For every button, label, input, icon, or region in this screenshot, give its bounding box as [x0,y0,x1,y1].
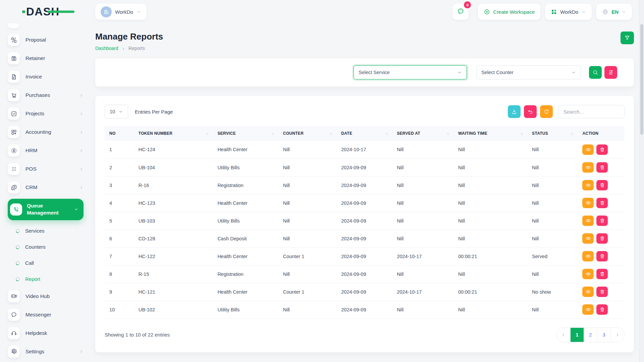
view-report-button[interactable] [582,251,594,261]
pagination-prev-button[interactable] [557,328,571,342]
grid-plus-icon [551,9,557,15]
table-row: 3R-16RegistrationNill2024-09-09NillNillN… [105,176,625,194]
filter-toggle-button[interactable] [621,32,634,44]
sidebar-item-invoice[interactable]: Invoice [8,70,84,84]
reset-button[interactable] [524,105,537,118]
sort-icon[interactable]: ↑↓ [271,131,274,135]
view-report-button[interactable] [582,233,594,244]
view-report-button[interactable] [582,287,594,297]
accounting-icon [8,126,20,138]
workspace-building-icon [101,6,112,17]
breadcrumb-separator-icon: › [122,46,124,51]
cell-service: Utility Bills [213,301,278,318]
cell-action [578,265,625,283]
chat-icon [457,7,465,16]
sidebar-item-messenger[interactable]: Messenger [8,308,84,322]
table-header-row: NOTOKEN NUMBER↑↓SERVICE↑↓COUNTER↑↓DATE↑↓… [105,126,625,141]
sidebar-item-helpdesk[interactable]: Helpdesk [8,326,84,340]
sidebar-item-pos[interactable]: POS [8,162,84,176]
sort-icon[interactable]: ↑↓ [385,131,388,135]
workspace-selector[interactable]: WorkDo [95,4,147,20]
delete-report-button[interactable] [596,216,608,226]
delete-report-button[interactable] [596,162,608,173]
view-report-button[interactable] [582,144,594,155]
service-select[interactable]: Select Service [354,65,467,79]
sidebar-item-video-hub[interactable]: Video Hub [8,289,84,303]
sidebar-subitem-counters[interactable]: Counters [8,241,95,253]
entries-per-page-select[interactable]: 10 [105,105,128,119]
scrollbar-thumb[interactable] [640,24,643,135]
sidebar-subitem-call[interactable]: Call [8,257,95,269]
sort-icon[interactable]: ↑↓ [571,131,574,135]
counter-select[interactable]: Select Counter [476,65,581,79]
delete-report-button[interactable] [596,251,608,261]
delete-report-button[interactable] [596,287,608,297]
view-report-button[interactable] [582,180,594,190]
breadcrumb-dashboard-link[interactable]: Dashboard [95,46,118,51]
export-button[interactable] [508,105,521,118]
cell-token: HC-124 [134,141,213,159]
table-row: 6CD-128Cash DepositNill2024-09-09NillNil… [105,230,625,247]
view-report-button[interactable] [582,162,594,173]
pagination-page-1[interactable]: 1 [571,328,584,342]
delete-report-button[interactable] [596,269,608,279]
view-report-button[interactable] [582,216,594,226]
sidebar-item-retainer[interactable]: Retainer [8,51,84,65]
delete-report-button[interactable] [596,233,608,244]
cell-date: 2024-09-09 [336,247,392,265]
create-workspace-button[interactable]: Create Workspace [478,4,540,20]
delete-report-button[interactable] [596,180,608,190]
chevron-right-icon [79,167,84,171]
column-header-status[interactable]: STATUS↑↓ [527,126,578,141]
sort-icon[interactable]: ↑↓ [520,131,523,135]
delete-report-button[interactable] [596,144,608,155]
sidebar-item-proposal[interactable]: Proposal [8,33,84,47]
refresh-button[interactable] [540,105,553,118]
view-report-button[interactable] [582,269,594,279]
table-search-input[interactable] [558,105,625,118]
column-header-token-number[interactable]: TOKEN NUMBER↑↓ [134,126,213,141]
app-logo[interactable]: DASH [22,5,60,18]
column-header-served-at[interactable]: SERVED AT↑↓ [392,126,453,141]
sidebar-item-purchases[interactable]: Purchases [8,88,84,102]
pagination-next-button[interactable] [611,328,624,342]
top-header: DASH WorkDo 0 Create Workspace WorkDo EN [0,0,644,23]
workdo-apps-button[interactable]: WorkDo [545,4,592,20]
pagination-page-2[interactable]: 2 [584,328,597,342]
language-selector[interactable]: EN [596,4,632,20]
view-report-button[interactable] [582,198,594,208]
sort-icon[interactable]: ↑↓ [206,131,209,135]
sidebar-item-accounting[interactable]: Accounting [8,125,84,139]
sidebar-item-queue-management[interactable]: Queue Management [8,199,84,220]
page-title: Manage Reports [95,32,163,42]
clear-filter-button[interactable] [604,66,617,79]
sidebar-subitem-services[interactable]: Services [8,225,95,237]
cell-action [578,247,625,265]
cell-token: HC-121 [134,283,213,301]
sort-icon[interactable]: ↑↓ [329,131,332,135]
messages-button[interactable]: 0 [452,4,469,20]
view-report-button[interactable] [582,304,594,315]
cell-token: UB-102 [134,301,213,318]
column-header-waiting-time[interactable]: WAITING TIME↑↓ [453,126,527,141]
sidebar-item-projects[interactable]: Projects [8,107,84,121]
column-header-date[interactable]: DATE↑↓ [336,126,392,141]
sidebar-item-hrm[interactable]: HRM [8,143,84,158]
sort-icon[interactable]: ↑↓ [446,131,449,135]
sidebar-item-settings[interactable]: Settings [8,345,84,359]
delete-report-button[interactable] [596,304,608,315]
column-header-service[interactable]: SERVICE↑↓ [213,126,278,141]
sidebar-subitem-report[interactable]: Report [8,273,95,285]
cell-served_at: Nill [392,230,453,247]
cell-date: 2024-09-09 [336,159,392,176]
pagination-page-3[interactable]: 3 [597,328,611,342]
cell-waiting_time: Nill [453,230,527,247]
cell-status: Nill [527,141,578,159]
cell-served_at: Nill [392,194,453,212]
sidebar-item-cutoff[interactable] [8,23,19,28]
page-scrollbar[interactable] [639,0,644,362]
sidebar-item-crm[interactable]: CRM [8,180,84,194]
apply-filter-button[interactable] [589,66,602,79]
column-header-counter[interactable]: COUNTER↑↓ [278,126,337,141]
delete-report-button[interactable] [596,198,608,208]
